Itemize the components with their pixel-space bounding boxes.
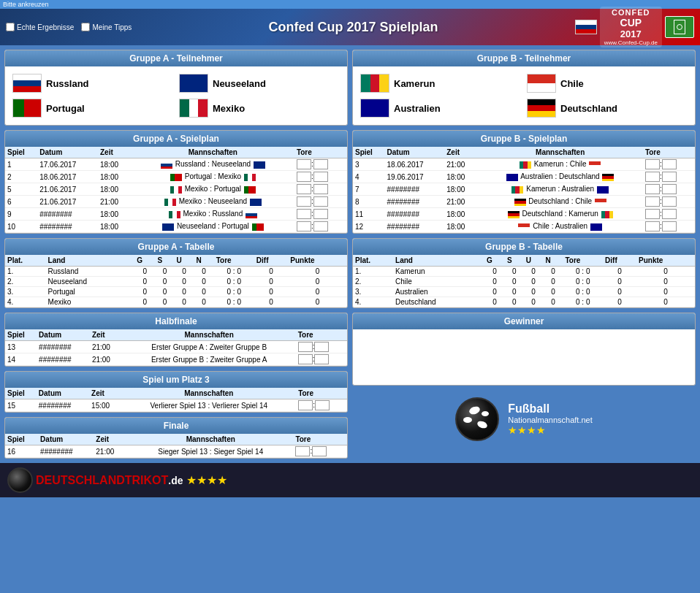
- group-a-participants: Gruppe A - Teilnehmer Russland Neuseelan…: [4, 50, 348, 126]
- col-mannschaften-b: Mannschaften: [477, 147, 642, 158]
- score-15b[interactable]: [315, 400, 330, 410]
- footer: DEUTSCHLANDTRIKOT .de ★★★★: [0, 463, 700, 497]
- match-row-5: 5 21.06.2017 18:00 Mexiko : Portugal :: [5, 183, 347, 196]
- flag-germany: [527, 99, 556, 118]
- col-spiel-b: Spiel: [353, 147, 385, 158]
- score-13b[interactable]: [314, 342, 329, 352]
- match-row-2: 2 18.06.2017 18:00 Portugal : Mexiko :: [5, 171, 347, 183]
- participants-grid-a: Russland Neuseeland Portugal Mexiko: [5, 66, 347, 125]
- score-6b[interactable]: [313, 196, 328, 207]
- match-row-1: 1 17.06.2017 18:00 Russland : Neuseeland…: [5, 158, 347, 171]
- winner-box: Gewinner: [352, 313, 696, 386]
- header-logo: CONFED CUP 2017 www.Confed-Cup.de: [600, 7, 662, 47]
- col-datum-b: Datum: [385, 147, 445, 158]
- finale-row: 16 ######## 21:00 Sieger Spiel 13 : Sieg…: [5, 445, 347, 458]
- germany-logo-area: Fußball Nationalmannschaft.net ★★★★: [352, 390, 696, 448]
- score-4a[interactable]: [645, 172, 660, 182]
- participant-neuseeland: Neuseeland: [179, 74, 340, 93]
- score-8b[interactable]: [662, 196, 677, 207]
- halbfinale-row-14: 14 ######## 21:00 Erster Gruppe B : Zwei…: [5, 353, 347, 366]
- meine-tipps-checkbox[interactable]: [81, 23, 90, 31]
- score-9b[interactable]: [313, 209, 328, 219]
- score-7b[interactable]: [662, 184, 677, 194]
- score-16b[interactable]: [312, 446, 327, 456]
- footer-stars: ★★★★: [186, 473, 227, 487]
- halbfinale-table: Spiel Datum Zeit Mannschaften Tore 13 ##…: [5, 329, 347, 366]
- meine-tipps-item[interactable]: Meine Tipps: [81, 23, 132, 31]
- echte-ergebnisse-item[interactable]: Echte Ergebnisse: [6, 23, 74, 31]
- score-12b[interactable]: [662, 221, 677, 232]
- platz3-box: Spiel um Platz 3 Spiel Datum Zeit Mannsc…: [4, 371, 348, 413]
- score-10a[interactable]: [297, 221, 311, 232]
- fussball-title: Fußball: [508, 402, 593, 416]
- score-14a[interactable]: [298, 354, 313, 364]
- match-row-7: 7 ######## 18:00 Kamerun : Australien :: [353, 183, 695, 196]
- participant-russland: Russland: [12, 74, 173, 93]
- halbfinale-row-13: 13 ######## 21:00 Erster Gruppe A : Zwei…: [5, 341, 347, 353]
- score-5a[interactable]: [297, 184, 311, 194]
- score-6a[interactable]: [297, 196, 311, 207]
- participant-deutschland: Deutschland: [527, 99, 688, 118]
- right-column: Gewinner Fußball Nationalmannschaft.net …: [352, 313, 696, 459]
- standing-a-3: 3. Portugal 0 0 0 0 0 : 0 0 0: [5, 287, 347, 297]
- country-deutschland: Deutschland: [560, 103, 617, 114]
- country-kamerun: Kamerun: [394, 78, 435, 89]
- match-row-11: 11 ######## 18:00 Deutschland : Kamerun …: [353, 208, 695, 221]
- group-a-table: Gruppe A - Tabelle Plat. Land G S U N To…: [4, 238, 348, 308]
- winner-content: [353, 329, 695, 380]
- echte-ergebnisse-checkbox[interactable]: [6, 23, 15, 31]
- score-5b[interactable]: [313, 184, 328, 194]
- flag-cameroon: [360, 74, 389, 93]
- match-row-12: 12 ######## 18:00 Chile : Australien :: [353, 221, 695, 233]
- score-2a[interactable]: [297, 172, 311, 182]
- flag-portugal: [12, 99, 42, 118]
- score-12a[interactable]: [645, 221, 660, 232]
- score-3a[interactable]: [645, 159, 660, 169]
- left-column: Halbfinale Spiel Datum Zeit Mannschaften…: [4, 313, 348, 459]
- col-zeit-b: Zeit: [444, 147, 477, 158]
- group-a-schedule-table: Spiel Datum Zeit Mannschaften Tore 1 17.…: [5, 147, 347, 233]
- flag-mx-sm: [244, 174, 256, 181]
- halbfinale-box: Halbfinale Spiel Datum Zeit Mannschaften…: [4, 313, 348, 367]
- soccer-ball-icon: [455, 397, 499, 441]
- score-13a[interactable]: [298, 342, 313, 352]
- nationalmannschaft-sub: Nationalmannschaft.net: [508, 416, 593, 424]
- soccer-field-icon: [665, 16, 694, 38]
- halbfinale-header: Halbfinale: [5, 313, 347, 329]
- col-tore-a: Tore: [294, 147, 347, 158]
- score-7a[interactable]: [645, 184, 660, 194]
- standing-b-4: 4. Deutschland 0 0 0 0 0 : 0 0 0: [353, 297, 695, 307]
- standing-a-1: 1. Russland 0 0 0 0 0 : 0 0 0: [5, 267, 347, 277]
- score-2b[interactable]: [313, 172, 328, 182]
- standing-b-1: 1. Kamerun 0 0 0 0 0 : 0 0 0: [353, 267, 695, 277]
- score-1a[interactable]: [297, 159, 311, 169]
- country-neuseeland: Neuseeland: [213, 78, 266, 89]
- country-chile: Chile: [560, 78, 584, 89]
- score-16a[interactable]: [295, 446, 310, 456]
- score-9a[interactable]: [297, 209, 311, 219]
- score-4b[interactable]: [662, 172, 677, 182]
- group-b-participants-header: Gruppe B - Teilnehmer: [353, 50, 695, 66]
- flag-russia: [12, 74, 42, 93]
- participants-grid-b: Kamerun Chile Australien Deutschland: [353, 66, 695, 125]
- match-row-3: 3 18.06.2017 21:00 Kamerun : Chile :: [353, 158, 695, 171]
- col-mannschaften-a: Mannschaften: [132, 147, 294, 158]
- platz3-table: Spiel Datum Zeit Mannschaften Tore 15 ##…: [5, 388, 347, 412]
- score-3b[interactable]: [662, 159, 677, 169]
- score-15a[interactable]: [298, 400, 313, 410]
- group-b-participants: Gruppe B - Teilnehmer Kamerun Chile Aust…: [352, 50, 696, 126]
- score-11b[interactable]: [662, 209, 677, 219]
- group-b-standings: Plat. Land G S U N Tore Diff Punkte 1. K…: [353, 255, 695, 307]
- score-11a[interactable]: [645, 209, 660, 219]
- standing-b-2: 2. Chile 0 0 0 0 0 : 0 0 0: [353, 277, 695, 287]
- participant-mexiko: Mexiko: [179, 99, 340, 118]
- score-1b[interactable]: [313, 159, 328, 169]
- group-b-table: Gruppe B - Tabelle Plat. Land G S U N To…: [352, 238, 696, 308]
- flag-chile: [527, 74, 556, 93]
- score-14b[interactable]: [314, 354, 329, 364]
- score-8a[interactable]: [645, 196, 660, 207]
- score-10b[interactable]: [313, 221, 328, 232]
- group-b-table-header: Gruppe B - Tabelle: [353, 239, 695, 255]
- russia-flag-small: [575, 20, 597, 34]
- flag-mexico: [179, 99, 208, 118]
